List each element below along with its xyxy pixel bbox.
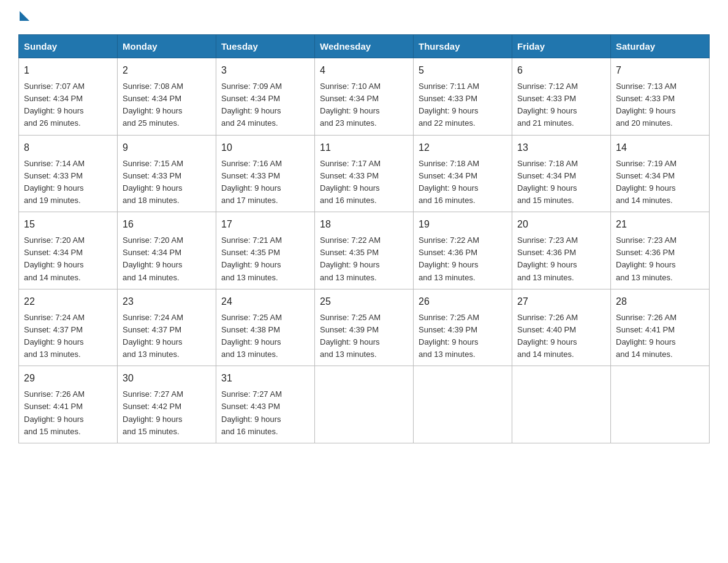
calendar-cell bbox=[512, 366, 611, 443]
calendar-cell: 5Sunrise: 7:11 AMSunset: 4:33 PMDaylight… bbox=[414, 58, 512, 136]
day-info: Sunrise: 7:26 AMSunset: 4:40 PMDaylight:… bbox=[517, 312, 605, 361]
day-info: Sunrise: 7:18 AMSunset: 4:34 PMDaylight:… bbox=[419, 158, 507, 207]
day-info: Sunrise: 7:12 AMSunset: 4:33 PMDaylight:… bbox=[517, 80, 605, 130]
day-info: Sunrise: 7:20 AMSunset: 4:34 PMDaylight:… bbox=[24, 234, 112, 284]
calendar-cell: 17Sunrise: 7:21 AMSunset: 4:35 PMDayligh… bbox=[216, 212, 315, 289]
day-info: Sunrise: 7:07 AMSunset: 4:34 PMDaylight:… bbox=[24, 80, 112, 130]
day-number: 6 bbox=[517, 63, 605, 78]
calendar-cell: 6Sunrise: 7:12 AMSunset: 4:33 PMDaylight… bbox=[512, 58, 611, 136]
calendar-header-thursday: Thursday bbox=[414, 35, 512, 58]
day-info: Sunrise: 7:18 AMSunset: 4:34 PMDaylight:… bbox=[517, 158, 605, 207]
calendar-header-tuesday: Tuesday bbox=[216, 35, 315, 58]
calendar-week-row: 1Sunrise: 7:07 AMSunset: 4:34 PMDaylight… bbox=[19, 58, 710, 136]
calendar-week-row: 15Sunrise: 7:20 AMSunset: 4:34 PMDayligh… bbox=[19, 212, 710, 289]
day-info: Sunrise: 7:24 AMSunset: 4:37 PMDaylight:… bbox=[24, 312, 112, 361]
day-number: 20 bbox=[517, 217, 605, 232]
calendar-cell: 21Sunrise: 7:23 AMSunset: 4:36 PMDayligh… bbox=[611, 212, 710, 289]
day-number: 28 bbox=[616, 294, 704, 309]
day-number: 2 bbox=[123, 63, 211, 78]
day-info: Sunrise: 7:13 AMSunset: 4:33 PMDaylight:… bbox=[616, 80, 704, 130]
day-number: 19 bbox=[419, 217, 507, 232]
calendar-cell: 7Sunrise: 7:13 AMSunset: 4:33 PMDaylight… bbox=[611, 58, 710, 136]
day-number: 16 bbox=[123, 217, 211, 232]
day-info: Sunrise: 7:17 AMSunset: 4:33 PMDaylight:… bbox=[320, 158, 408, 207]
day-info: Sunrise: 7:11 AMSunset: 4:33 PMDaylight:… bbox=[419, 80, 507, 130]
calendar-cell: 18Sunrise: 7:22 AMSunset: 4:35 PMDayligh… bbox=[315, 212, 414, 289]
day-info: Sunrise: 7:08 AMSunset: 4:34 PMDaylight:… bbox=[123, 80, 211, 130]
day-number: 3 bbox=[221, 63, 309, 78]
day-info: Sunrise: 7:22 AMSunset: 4:35 PMDaylight:… bbox=[320, 234, 408, 284]
day-number: 27 bbox=[517, 294, 605, 309]
calendar-cell: 14Sunrise: 7:19 AMSunset: 4:34 PMDayligh… bbox=[611, 135, 710, 212]
day-number: 26 bbox=[419, 294, 507, 309]
calendar-header-row: SundayMondayTuesdayWednesdayThursdayFrid… bbox=[19, 35, 710, 58]
calendar-cell: 3Sunrise: 7:09 AMSunset: 4:34 PMDaylight… bbox=[216, 58, 315, 136]
calendar-table: SundayMondayTuesdayWednesdayThursdayFrid… bbox=[18, 34, 710, 443]
calendar-cell: 4Sunrise: 7:10 AMSunset: 4:34 PMDaylight… bbox=[315, 58, 414, 136]
calendar-cell: 8Sunrise: 7:14 AMSunset: 4:33 PMDaylight… bbox=[19, 135, 118, 212]
day-info: Sunrise: 7:26 AMSunset: 4:41 PMDaylight:… bbox=[616, 312, 704, 361]
calendar-week-row: 29Sunrise: 7:26 AMSunset: 4:41 PMDayligh… bbox=[19, 366, 710, 443]
calendar-cell bbox=[315, 366, 414, 443]
day-number: 8 bbox=[24, 140, 112, 155]
calendar-week-row: 8Sunrise: 7:14 AMSunset: 4:33 PMDaylight… bbox=[19, 135, 710, 212]
day-number: 30 bbox=[123, 371, 211, 386]
day-info: Sunrise: 7:27 AMSunset: 4:43 PMDaylight:… bbox=[221, 388, 309, 438]
day-info: Sunrise: 7:15 AMSunset: 4:33 PMDaylight:… bbox=[123, 158, 211, 207]
day-number: 31 bbox=[221, 371, 309, 386]
day-info: Sunrise: 7:25 AMSunset: 4:39 PMDaylight:… bbox=[320, 312, 408, 361]
logo bbox=[18, 12, 31, 22]
day-info: Sunrise: 7:22 AMSunset: 4:36 PMDaylight:… bbox=[419, 234, 507, 284]
calendar-cell: 29Sunrise: 7:26 AMSunset: 4:41 PMDayligh… bbox=[19, 366, 118, 443]
day-number: 17 bbox=[221, 217, 309, 232]
day-number: 21 bbox=[616, 217, 704, 232]
calendar-cell: 23Sunrise: 7:24 AMSunset: 4:37 PMDayligh… bbox=[118, 289, 216, 366]
day-number: 13 bbox=[517, 140, 605, 155]
calendar-header-wednesday: Wednesday bbox=[315, 35, 414, 58]
day-number: 18 bbox=[320, 217, 408, 232]
calendar-header-monday: Monday bbox=[118, 35, 216, 58]
day-number: 5 bbox=[419, 63, 507, 78]
calendar-cell: 22Sunrise: 7:24 AMSunset: 4:37 PMDayligh… bbox=[19, 289, 118, 366]
day-info: Sunrise: 7:26 AMSunset: 4:41 PMDaylight:… bbox=[24, 388, 112, 438]
calendar-cell: 10Sunrise: 7:16 AMSunset: 4:33 PMDayligh… bbox=[216, 135, 315, 212]
logo-arrow-icon bbox=[20, 11, 29, 21]
day-info: Sunrise: 7:14 AMSunset: 4:33 PMDaylight:… bbox=[24, 158, 112, 207]
calendar-cell: 27Sunrise: 7:26 AMSunset: 4:40 PMDayligh… bbox=[512, 289, 611, 366]
calendar-cell: 2Sunrise: 7:08 AMSunset: 4:34 PMDaylight… bbox=[118, 58, 216, 136]
calendar-cell: 12Sunrise: 7:18 AMSunset: 4:34 PMDayligh… bbox=[414, 135, 512, 212]
day-info: Sunrise: 7:20 AMSunset: 4:34 PMDaylight:… bbox=[123, 234, 211, 284]
calendar-cell: 15Sunrise: 7:20 AMSunset: 4:34 PMDayligh… bbox=[19, 212, 118, 289]
calendar-cell: 26Sunrise: 7:25 AMSunset: 4:39 PMDayligh… bbox=[414, 289, 512, 366]
calendar-header-friday: Friday bbox=[512, 35, 611, 58]
calendar-header-sunday: Sunday bbox=[19, 35, 118, 58]
day-number: 12 bbox=[419, 140, 507, 155]
day-number: 22 bbox=[24, 294, 112, 309]
day-info: Sunrise: 7:16 AMSunset: 4:33 PMDaylight:… bbox=[221, 158, 309, 207]
day-number: 25 bbox=[320, 294, 408, 309]
calendar-week-row: 22Sunrise: 7:24 AMSunset: 4:37 PMDayligh… bbox=[19, 289, 710, 366]
day-info: Sunrise: 7:09 AMSunset: 4:34 PMDaylight:… bbox=[221, 80, 309, 130]
calendar-cell: 30Sunrise: 7:27 AMSunset: 4:42 PMDayligh… bbox=[118, 366, 216, 443]
day-number: 1 bbox=[24, 63, 112, 78]
day-info: Sunrise: 7:19 AMSunset: 4:34 PMDaylight:… bbox=[616, 158, 704, 207]
calendar-cell: 11Sunrise: 7:17 AMSunset: 4:33 PMDayligh… bbox=[315, 135, 414, 212]
day-number: 14 bbox=[616, 140, 704, 155]
day-number: 10 bbox=[221, 140, 309, 155]
day-number: 29 bbox=[24, 371, 112, 386]
calendar-cell: 9Sunrise: 7:15 AMSunset: 4:33 PMDaylight… bbox=[118, 135, 216, 212]
calendar-cell: 16Sunrise: 7:20 AMSunset: 4:34 PMDayligh… bbox=[118, 212, 216, 289]
day-number: 15 bbox=[24, 217, 112, 232]
day-info: Sunrise: 7:25 AMSunset: 4:39 PMDaylight:… bbox=[419, 312, 507, 361]
day-info: Sunrise: 7:27 AMSunset: 4:42 PMDaylight:… bbox=[123, 388, 211, 438]
day-info: Sunrise: 7:21 AMSunset: 4:35 PMDaylight:… bbox=[221, 234, 309, 284]
day-number: 24 bbox=[221, 294, 309, 309]
calendar-cell: 19Sunrise: 7:22 AMSunset: 4:36 PMDayligh… bbox=[414, 212, 512, 289]
page-header bbox=[18, 12, 710, 22]
calendar-header-saturday: Saturday bbox=[611, 35, 710, 58]
day-info: Sunrise: 7:25 AMSunset: 4:38 PMDaylight:… bbox=[221, 312, 309, 361]
day-number: 9 bbox=[123, 140, 211, 155]
calendar-cell: 25Sunrise: 7:25 AMSunset: 4:39 PMDayligh… bbox=[315, 289, 414, 366]
day-number: 7 bbox=[616, 63, 704, 78]
day-info: Sunrise: 7:24 AMSunset: 4:37 PMDaylight:… bbox=[123, 312, 211, 361]
